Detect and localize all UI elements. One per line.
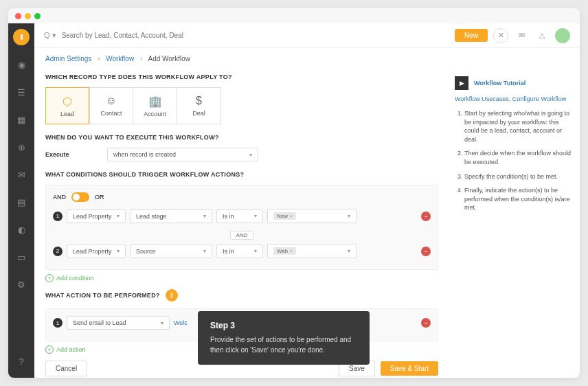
search-scope-icon[interactable]: Q ▾: [44, 31, 56, 40]
nav-reports-icon[interactable]: ◐: [13, 221, 30, 238]
condition-value-select[interactable]: New×▾: [267, 209, 357, 223]
logic-and-label: AND: [53, 194, 66, 201]
nav-chat-icon[interactable]: ✉: [13, 166, 30, 183]
breadcrumb-link[interactable]: Admin Settings: [45, 55, 91, 63]
help-step: Finally, indicate the action(s) to be pe…: [464, 186, 572, 212]
record-type-label: Contact: [100, 110, 122, 117]
condition-field-select[interactable]: Lead stage▾: [130, 209, 212, 223]
breadcrumb: Admin Settings › Workflow › Add Workflow: [34, 48, 580, 69]
section-label-action: WHAT ACTION TO BE PERFORMED?: [45, 292, 160, 299]
section-label-conditions: WHAT CONDITIONS SHOULD TRIGGER WORKFLOW …: [45, 171, 438, 178]
condition-property-select[interactable]: Lead Property▾: [67, 209, 126, 223]
nav-calendar-icon[interactable]: ▤: [13, 194, 30, 210]
execute-value: when record is created: [113, 151, 176, 158]
help-step: Specify the condition(s) to be met.: [464, 172, 572, 181]
condition-row: 1 Lead Property▾ Lead stage▾ Is in▾ New×…: [53, 209, 431, 223]
bell-icon[interactable]: △: [534, 28, 550, 43]
topbar: Q ▾ New ✕ ✉ △: [34, 23, 580, 48]
remove-condition-button[interactable]: −: [421, 212, 431, 221]
chevron-down-icon: ▾: [249, 152, 252, 158]
record-type-lead[interactable]: ⬡ Lead: [45, 87, 89, 124]
window-max-dot[interactable]: [34, 13, 41, 19]
section-label-execute: WHEN DO YOU WANT TO EXECUTE THIS WORKFLO…: [45, 134, 438, 141]
remove-condition-button[interactable]: −: [421, 247, 431, 256]
cancel-button[interactable]: Cancel: [45, 361, 87, 376]
tooltip-title: Step 3: [210, 321, 357, 330]
help-step: Then decide when the workflow should be …: [464, 149, 572, 166]
help-title[interactable]: Workflow Tutorial: [474, 80, 525, 87]
condition-value-select[interactable]: Web×▾: [267, 244, 357, 258]
plus-icon: +: [45, 345, 54, 354]
contact-icon: ☺: [106, 95, 117, 107]
onboarding-tooltip: Step 3 Provide the set of actions to be …: [198, 311, 370, 365]
new-button[interactable]: New: [455, 29, 488, 42]
record-type-label: Deal: [192, 110, 205, 117]
save-start-button[interactable]: Save & Start: [381, 361, 438, 376]
nav-deals-icon[interactable]: ⊕: [13, 139, 30, 155]
condition-row: 2 Lead Property▾ Source▾ Is in▾ Web×▾ −: [53, 244, 431, 258]
tag-remove-icon[interactable]: ×: [290, 249, 293, 253]
logic-or-label: OR: [95, 194, 104, 201]
nav-dashboard-icon[interactable]: ▭: [13, 249, 30, 265]
phone-icon[interactable]: ✕: [493, 28, 508, 43]
tooltip-body: Provide the set of actions to be perform…: [210, 334, 357, 355]
condition-field-select[interactable]: Source▾: [130, 245, 212, 258]
row-number-badge: 2: [53, 247, 63, 256]
help-step: Start by selecting who/what is going to …: [464, 109, 572, 144]
account-icon: 🏢: [148, 95, 162, 108]
window-titlebar: [8, 8, 580, 23]
record-type-group: ⬡ Lead ☺ Contact 🏢 Account $: [45, 87, 438, 124]
row-number-badge: 1: [53, 212, 63, 221]
breadcrumb-link[interactable]: Workflow: [106, 55, 134, 63]
condition-property-select[interactable]: Lead Property▾: [67, 245, 126, 258]
row-number-badge: 1: [53, 318, 63, 328]
help-links[interactable]: Workflow Usecases, Configure Workflow: [455, 95, 572, 102]
record-type-deal[interactable]: $ Deal: [177, 87, 221, 124]
play-icon[interactable]: ▶: [455, 76, 468, 90]
window-min-dot[interactable]: [25, 13, 31, 19]
avatar[interactable]: [555, 28, 570, 43]
remove-action-button[interactable]: −: [421, 318, 431, 328]
section-label-record-type: WHICH RECORD TYPE DOES THIS WORKFLOW APP…: [45, 73, 438, 80]
chevron-right-icon: ›: [140, 55, 142, 63]
app-logo[interactable]: ⬇: [13, 29, 30, 45]
help-panel: ▶ Workflow Tutorial Workflow Usecases, C…: [449, 69, 580, 378]
record-type-label: Lead: [60, 111, 74, 117]
nav-contacts-icon[interactable]: ◉: [13, 56, 30, 73]
mail-icon[interactable]: ✉: [514, 28, 529, 43]
search-input[interactable]: [62, 32, 253, 39]
step-badge: 1: [166, 289, 178, 302]
nav-settings-icon[interactable]: ⚙: [13, 276, 30, 293]
sidebar: ⬇ ◉ ☰ ▦ ⊕ ✉ ▤ ◐ ▭ ⚙ ?: [8, 23, 34, 378]
tag-remove-icon[interactable]: ×: [290, 214, 293, 218]
nav-help-icon[interactable]: ?: [13, 353, 30, 370]
record-type-contact[interactable]: ☺ Contact: [89, 87, 133, 124]
execute-select[interactable]: when record is created ▾: [107, 148, 258, 161]
breadcrumb-current: Add Workflow: [148, 55, 190, 63]
chevron-right-icon: ›: [98, 55, 100, 63]
condition-divider: AND: [230, 231, 254, 240]
action-type-select[interactable]: Send email to Lead▾: [67, 316, 170, 330]
record-type-account[interactable]: 🏢 Account: [133, 87, 177, 124]
condition-op-select[interactable]: Is in▾: [216, 245, 263, 258]
logic-toggle[interactable]: [71, 192, 89, 202]
lead-icon: ⬡: [63, 95, 72, 108]
window-close-dot[interactable]: [15, 13, 21, 19]
nav-accounts-icon[interactable]: ▦: [13, 111, 30, 128]
plus-icon: +: [45, 274, 54, 282]
deal-icon: $: [196, 95, 202, 107]
condition-op-select[interactable]: Is in▾: [216, 209, 263, 223]
nav-leads-icon[interactable]: ☰: [13, 84, 30, 100]
action-template-link[interactable]: Welc: [174, 319, 188, 326]
add-condition-link[interactable]: +Add condition: [45, 274, 438, 282]
execute-field-label: Execute: [45, 151, 93, 158]
conditions-box: AND OR 1 Lead Property▾ Lead stage▾ Is i…: [45, 185, 438, 270]
record-type-label: Account: [144, 111, 166, 117]
